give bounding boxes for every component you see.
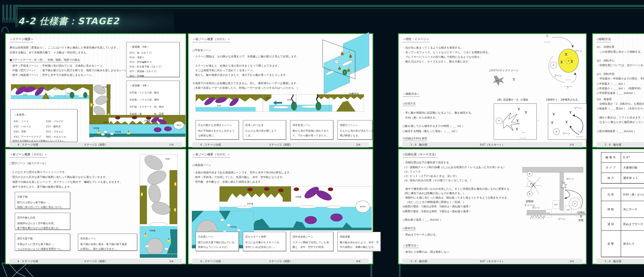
map-label-e48k: E48改 [296,196,302,198]
squiggle-icon [290,94,294,103]
page-footer: 4．ステージ仕様 ステージ2（洞窟） 2/4 [192,142,369,148]
bottom-stripe-1 [370,264,372,277]
cave-wall-right [170,170,177,224]
segment-divider [263,94,263,112]
table-row-label: 退却 [601,218,621,230]
force-lamp-icon [520,132,527,138]
bullet: ・ステージが進むと、右側から滝の音が大きくなって聞こえてきます。 [192,64,280,68]
map-label-e53: E53 [217,104,221,107]
orbit-arrow [546,51,579,87]
box-title: ＜改造敵：4体＞ [130,84,176,87]
spec-table-id: 敵番号E-47タイプ大量飛行敵体力通常弾 × 1 [601,152,644,184]
text-line: ・細かい動きは、ソフトに任せます。虫らしいカッコイイ動きを期待しています。 [597,115,644,120]
text-line: ④竪穴ゾーンへ [340,123,370,128]
appear-subheading: ◇出現方法 [403,102,416,106]
text-line: ・ [597,124,644,129]
text-line: E41：ゾイド [14,119,41,124]
text-line: ・前半（手前滝）で出現していた、魚系の敵と、水中・空中戦となります。 [192,175,292,180]
text-line: B02：ホタルイカ [46,134,66,139]
stage-map-bottom-strip: E46改 E47改 E48改 E45改 B02 [89,115,186,137]
boon-label: ブーン [574,106,582,110]
caption-box-3: ③手前滝シーン奥から滝が手前側に流れてきたり、下から敵が登ってきたり。 [290,120,333,140]
page-footer: 3．6 敵仕様 E47（モスキート） 4/4 [596,258,644,264]
text-line: 奥から滝が手前側に流れてきた [292,128,331,133]
section-heading: ◇移動方法 [597,37,611,42]
page-e47-spec-table: 敵番号E-47タイプ大量飛行敵体力通常弾 × 1 名称モスキートサイズ得点100… [592,148,644,264]
text-line: ○半径最小（ ___ dot ）（初期半径） [597,86,642,91]
box-title: ＜未使用＞ [14,113,27,116]
map-label-e45k: E45改 [115,130,121,133]
zone-list: ・前半（手前滝ゾーン）：手前側に滝が流れている、立体的に見せるシーン。・中盤（竪… [10,64,130,77]
enemy-blob-red [146,116,151,120]
unused-col1: E41：ゾイドE42：バルドルE44：浮島E43：アーマードクラブ [14,119,41,139]
nest-icon [174,182,176,186]
text-line: ・中盤（竪穴ゾーン） ：落下物を避けながら竪穴を降りる、地形での絡みを楽しませる… [10,68,130,73]
bullet-list: ・水面が画面中央まである地底湖シーンです。空中と水中でBGMが変化します。・前半… [192,170,292,184]
section-heading: ＜各ゾーン概要（その1）＞ [192,37,230,42]
footer-title: ステージ2（洞窟） [269,258,292,264]
table-row-value: 通常弾 × 1 [621,173,644,183]
bullet: （3）ビット（上下2つあるときは、近い方） [403,174,458,178]
footer-title: ステージ2（洞窟） [84,142,108,148]
rock [146,238,164,256]
text-line: 何か不気味さをかもし出すよう [198,128,236,133]
unused-enemies-box: ＜未使用＞ E41：ゾイドE42：バルドルE44：浮島E43：アーマードクラブ … [10,109,78,142]
table-row: 退却死ぬまでサーチ [601,218,644,231]
caption-box-2: ②空中敵も出現放物弾をばらまく空中敵も出現。落下物を避けながらの攻防を楽しむ。 [15,213,70,230]
water-pool [196,107,256,112]
spec-table-behavior: 出現E48（巣）から出現移動光にサーチ退却死ぬまでサーチ攻撃体当たり [601,188,644,257]
new-enemy-list: E53：魚（2タイプ）E54：滝登りE55：空中編隊ザコE56：巨大落下物（3タ… [130,50,176,78]
splash [104,130,108,133]
splash [326,206,341,208]
lake-map: E47改 E48改 E46改 BOSS [192,186,372,230]
header-bar-pair-icon [16,5,16,27]
map-label-e56: E56 [103,86,107,88]
text-line: り、下から敵が登ってきたり。 [292,133,331,138]
player-circle: P [496,118,502,124]
text-line: E43：アーマードクラブ [14,134,41,139]
bullet: ◎縦壁の場合：Y成分は保存、X成分は＜跳ね返り速度＞ [403,204,471,208]
segment-divider [46,84,46,99]
splash [50,95,55,97]
page-footer: 4．ステージ仕様 ステージ2（洞窟） 1/4 [10,142,182,148]
map-label-e56: E56 [166,158,170,160]
text-line: 舞台は自然洞窟（変更あり）。ここにはバイド体と融合した奇形生物が生息しています。 [10,45,119,50]
text-line: ②モスキート地帯 [245,234,284,239]
bullet: 奥から、敵や地形が流されてきたり、滝の下から敵が登ってきたりします。 [192,73,288,77]
text-line: ②滝へのつなぎ [245,123,284,128]
water-rock [219,211,230,220]
text-line: ①もの静かな水溜まりシーン [198,123,236,128]
footer-page-number: 4/4 [356,258,360,264]
field: ○跳ね返り速度（ ___ dot/int ） [403,218,442,222]
attack-body: ・体当たり攻撃のみ。弾は発射しない。 [403,250,452,254]
table-row-value: 死ぬまでサーチ [621,218,644,230]
splash [101,133,105,136]
label-boon: ブーン [558,217,566,221]
intro-text: 舞台は自然洞窟（変更あり）。ここにはバイド体と融合した奇形生物が生息しています。… [10,45,119,55]
page-stage-overview: ＜ステージ概要＞ 舞台は自然洞窟（変更あり）。ここにはバイド体と融合した奇形生物… [5,33,186,148]
rock [147,183,162,204]
boss-label: BOSS [360,206,366,208]
caption-box-2: ②モスキート地帯水上には大量のモスキートが。水中にいれば安全だが…。 [243,232,286,251]
text-line: 水中にいれば安全だが…。 [245,245,284,249]
nest-icon [127,132,130,134]
nest-icon [90,103,92,107]
field-list: ○敵を倒してから補充するまでの時間（ ___ int ）○補充する間隔（重なった… [403,124,464,134]
size-image-label: ○E47のサイズイメージ [489,68,519,72]
footer-section: 4．ステージ仕様 [18,258,38,264]
text-line: 敵の組み合わせにより、水中・空 [340,240,378,245]
light-swarm-diagram: F P ブーン ブーン [540,35,587,91]
text-line: ○半径変化速度（ ___ dot/int ） [597,91,642,95]
item-body: ・半径最大～半径最小までの間を、半径変化速度で変化する。 [597,77,644,80]
header-bar-pair2-icon [17,5,18,27]
table-row-label: 出現 [601,188,621,201]
page-footer: 4．ステージ仕様 ステージ2（洞窟） 4/4 [192,258,369,264]
bounce-arrow [560,183,586,211]
movement-heading: ＜移動方法＞ [403,92,420,97]
caption-box-1: ①落下物竪穴の上部から落下物が…。地形に張り付いている敵に気をつけろ。 [15,192,70,209]
footer-section: 3．6 敵仕様 [604,258,622,264]
modified-enemies-box: ＜改造敵：4体＞ E45改：イレヌス絵、動きE46改：バラヌス絵、敵性E47改：… [126,81,180,120]
lamp-stem [568,86,568,88]
header-arch-icon [1,27,9,32]
text-line: ・途中で水中に入り、落下物の速度が変化します。 [10,184,122,189]
